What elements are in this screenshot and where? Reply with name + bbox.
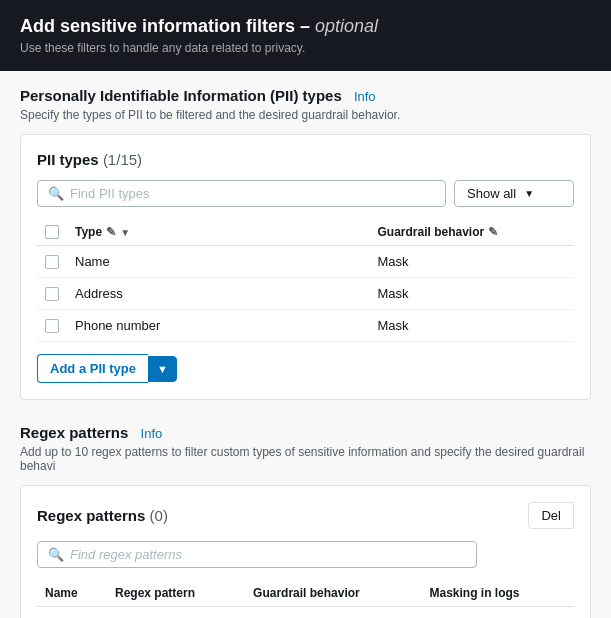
regex-search-input[interactable] [70,547,466,562]
regex-section-heading: Regex patterns Info [20,424,591,441]
regex-col-masking: Masking in logs [422,580,574,607]
regex-section: Regex patterns Info Add up to 10 regex p… [20,424,591,618]
col-type-header: Type ✎ ▼ [75,225,362,239]
pii-card-title: PII types (1/15) [37,151,574,168]
pii-section-heading: Personally Identifiable Information (PII… [20,87,591,104]
row-guardrail: Mask [370,310,575,342]
regex-card-title: Regex patterns (0) [37,507,168,524]
search-icon: 🔍 [48,186,64,201]
pii-card: PII types (1/15) 🔍 Show all ▼ [20,134,591,400]
page-header: Add sensitive information filters – opti… [0,0,611,71]
guardrail-edit-icon[interactable]: ✎ [488,225,498,239]
add-pii-btn-group: Add a PII type ▼ [37,354,177,383]
row-checkbox[interactable] [45,319,59,333]
table-row: Name Mask [37,246,574,278]
row-type: Address [67,278,370,310]
regex-card: Regex patterns (0) Del 🔍 Name Regex pa [20,485,591,618]
select-all-checkbox[interactable] [45,225,59,239]
add-pii-dropdown-button[interactable]: ▼ [148,356,177,382]
table-row: Address Mask [37,278,574,310]
regex-col-guardrail: Guardrail behavior [245,580,421,607]
type-edit-icon[interactable]: ✎ [106,225,116,239]
row-type: Phone number [67,310,370,342]
page-title: Add sensitive information filters – opti… [20,16,591,37]
regex-card-header: Regex patterns (0) Del [37,502,574,529]
regex-search-icon: 🔍 [48,547,64,562]
regex-col-name: Name [37,580,107,607]
add-pii-button[interactable]: Add a PII type [37,354,148,383]
col-guardrail-header: Guardrail behavior ✎ [378,225,567,239]
regex-info-link[interactable]: Info [141,426,163,441]
row-type: Name [67,246,370,278]
row-checkbox[interactable] [45,287,59,301]
pii-info-link[interactable]: Info [354,89,376,104]
table-row: Phone number Mask [37,310,574,342]
regex-table: Name Regex pattern Guardrail behavior Ma… [37,580,574,607]
row-checkbox[interactable] [45,255,59,269]
regex-search-box[interactable]: 🔍 [37,541,477,568]
pii-section: Personally Identifiable Information (PII… [20,87,591,400]
page-subtitle: Use these filters to handle any data rel… [20,41,591,55]
pii-section-desc: Specify the types of PII to be filtered … [20,108,591,122]
sort-icon[interactable]: ▼ [120,227,130,238]
pii-search-input[interactable] [70,186,435,201]
chevron-down-icon: ▼ [524,188,534,199]
main-content: Personally Identifiable Information (PII… [0,71,611,618]
pii-search-filter-row: 🔍 Show all ▼ [37,180,574,207]
regex-desc: Add up to 10 regex patterns to filter cu… [20,445,591,473]
regex-col-pattern: Regex pattern [107,580,245,607]
pii-search-box[interactable]: 🔍 [37,180,446,207]
row-guardrail: Mask [370,246,575,278]
delete-button[interactable]: Del [528,502,574,529]
pii-table: Type ✎ ▼ Guardrail behavior ✎ [37,219,574,342]
row-guardrail: Mask [370,278,575,310]
pii-filter-select[interactable]: Show all ▼ [454,180,574,207]
